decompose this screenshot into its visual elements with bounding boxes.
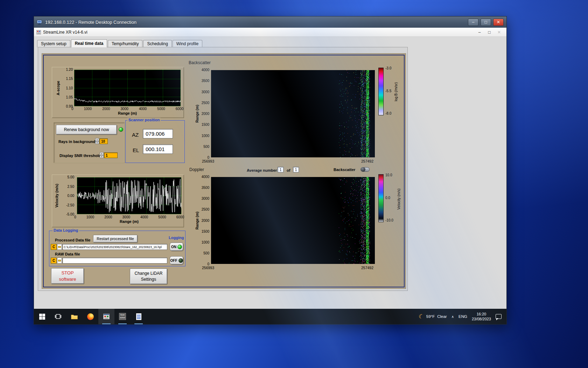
app-titlebar[interactable]: StreamLine XR v14-6.vi – □ ✕ (34, 28, 506, 37)
snr-spinner[interactable]: ▲▼ (100, 152, 104, 158)
y-tick: 0.99 (66, 104, 73, 108)
weather-widget[interactable]: ☾ 59°F Clear (419, 313, 447, 320)
x-tick: 1000 (86, 215, 94, 219)
firefox-icon (87, 313, 94, 320)
tab-wind-profile[interactable]: Wind profile (173, 40, 202, 47)
language-indicator[interactable]: ENG (458, 314, 467, 319)
processed-drive-selector[interactable]: C (51, 244, 57, 250)
x-tick: 2000 (102, 107, 110, 111)
app-close-button[interactable]: ✕ (494, 29, 504, 36)
y-tick: 1500 (202, 123, 209, 127)
tab-label: Scheduling (147, 41, 168, 46)
renew-background-button[interactable]: Renew background now (56, 125, 117, 135)
raw-logging-led (178, 258, 183, 263)
y-tick: 1.20 (66, 68, 73, 71)
rdp-maximize-button[interactable]: □ (481, 19, 491, 26)
processed-data-file-label: Processed Data file (55, 238, 91, 242)
app-minimize-button[interactable]: – (475, 29, 484, 36)
x-tick: 5000 (158, 215, 166, 219)
taskbar-tray: ☾ 59°F Clear ∧ ENG 16:20 23/08/2023 (419, 309, 506, 324)
backscatter-toggle-switch[interactable] (360, 167, 370, 172)
velocity-x-axis-label: Range (m) (77, 219, 181, 224)
raw-drive-selector[interactable]: C (51, 258, 57, 264)
rdp-titlebar[interactable]: 192.168.0.122 - Remote Desktop Connectio… (34, 16, 506, 28)
colorbar-tick: -10.0 (385, 218, 393, 222)
data-logging-frame: Data Logging Processed Data file Restart… (49, 231, 186, 266)
tab-temp-humidity[interactable]: Temp/humidity (108, 40, 142, 47)
x-tick: 0 (74, 215, 76, 219)
y-tick: 1000 (202, 134, 209, 138)
scan-scheduler-icon: Scansched (119, 313, 126, 320)
rays-spinner[interactable]: ▲▼ (95, 138, 99, 144)
taskbar-clock[interactable]: 16:20 23/08/2023 (472, 312, 491, 322)
y-tick: 500 (203, 251, 209, 255)
processed-logging-on-button[interactable]: ON (170, 243, 183, 251)
task-view-button[interactable] (50, 309, 66, 324)
notification-center-icon[interactable] (496, 314, 502, 319)
tab-system-setup[interactable]: System setup (37, 40, 70, 47)
x-tick: 6000 (176, 107, 183, 111)
ascope-x-ticks: 0 1000 2000 3000 4000 5000 6000 (71, 107, 183, 111)
restart-processed-file-button[interactable]: Restart processed file (93, 235, 138, 243)
tab-scheduling[interactable]: Scheduling (143, 40, 172, 47)
raw-logging-off-button[interactable]: OFF (170, 256, 183, 265)
tab-label: System setup (41, 41, 66, 46)
weather-condition: Clear (437, 314, 447, 319)
file-explorer-button[interactable] (66, 309, 82, 324)
scanner-position-frame: Scanner position AZ 079.006 EL 000.101 (125, 120, 185, 163)
start-button[interactable] (34, 309, 50, 324)
document-app-taskbar-button[interactable] (131, 309, 147, 324)
doppler-colorbar-label: Velocity (m/s) (397, 176, 401, 222)
average-number-field[interactable]: 1 (278, 167, 284, 172)
tray-overflow-chevron[interactable]: ∧ (451, 315, 454, 319)
rdp-minimize-button[interactable]: – (468, 19, 478, 26)
running-indicator (102, 323, 111, 324)
colorbar-tick: -8.0 (385, 111, 391, 115)
az-label: AZ (132, 132, 139, 138)
doppler-colorbar (378, 174, 384, 222)
rays-in-background-label: Rays in background (58, 139, 95, 144)
y-tick: 0 (207, 262, 209, 266)
x-tick: 0 (71, 107, 74, 111)
stop-software-button[interactable]: STOP software (51, 268, 84, 284)
lidar-panel: A-scope 1.20 1.15 1.10 1.05 0.99 0 (42, 53, 406, 289)
average-count-field[interactable]: 1 (293, 167, 299, 172)
tab-label: Temp/humidity (112, 41, 139, 46)
tab-real-time-data[interactable]: Real time data (71, 39, 107, 47)
raw-path-field[interactable] (62, 258, 167, 264)
backscatter-colorbar (378, 68, 384, 115)
ascope-plot (74, 70, 181, 106)
colorbar-tick: -3.0 (385, 66, 391, 70)
rdp-close-button[interactable]: ✕ (493, 19, 504, 26)
streamline-app-taskbar-button[interactable] (98, 309, 114, 324)
task-view-icon (55, 314, 61, 319)
y-tick: 2500 (202, 101, 209, 105)
app-icon (36, 30, 41, 34)
raw-data-file-label: RAW Data file (55, 252, 80, 256)
app-restore-button[interactable]: □ (484, 29, 494, 36)
firefox-button[interactable] (82, 309, 98, 324)
settings-label-line2: Settings (141, 277, 156, 282)
doppler-x-end: 257492 (361, 266, 373, 270)
running-indicator (118, 323, 127, 324)
y-tick: 3500 (202, 186, 209, 190)
doppler-heatmap (211, 177, 375, 264)
az-value-field[interactable]: 079.006 (143, 129, 173, 138)
y-tick: 3500 (202, 79, 209, 83)
snr-threshold-label: Display SNR threshold (59, 154, 101, 158)
x-tick: 3000 (121, 107, 128, 111)
logging-label: Logging (168, 236, 185, 240)
y-tick: 5.00 (68, 175, 74, 179)
change-lidar-settings-button[interactable]: Change LiDAR Settings (130, 268, 167, 284)
snr-value-field[interactable]: 1 (104, 152, 118, 158)
processed-path-field[interactable]: C:\LiDAR\Data\Proc\2023\202308\20230823\… (62, 244, 167, 250)
rays-value-field[interactable]: 10 (99, 138, 108, 144)
scan-scheduler-taskbar-button[interactable]: Scansched (114, 309, 131, 324)
app-window-title: StreamLine XR v14-6.vi (43, 30, 88, 35)
processed-browse-button[interactable] (57, 244, 62, 250)
y-tick: 0.00 (68, 194, 74, 198)
el-value-field[interactable]: 000.101 (143, 144, 173, 154)
windows-logo-icon (39, 314, 45, 320)
stop-label-line2: software (59, 276, 76, 282)
raw-browse-button[interactable] (57, 258, 62, 264)
